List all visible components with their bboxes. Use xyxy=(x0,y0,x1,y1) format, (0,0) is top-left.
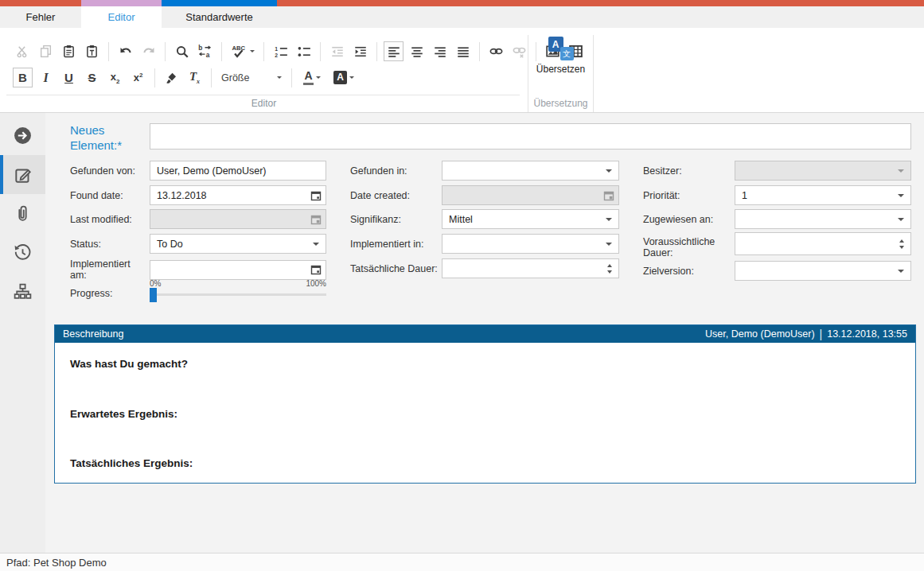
subscript-button[interactable]: x2 xyxy=(105,68,125,87)
redo-icon[interactable] xyxy=(138,41,158,61)
search-icon[interactable] xyxy=(172,41,192,61)
font-color-dropdown[interactable]: A xyxy=(298,68,326,87)
align-right-icon[interactable] xyxy=(430,41,450,61)
undo-icon[interactable] xyxy=(115,41,135,61)
gefunden-von-field xyxy=(150,161,326,181)
translate-button[interactable]: A 文 Übersetzen xyxy=(528,37,593,75)
description-editor-body[interactable]: Was hast Du gemacht? Erwartetes Ergebnis… xyxy=(55,343,915,483)
progress-slider-thumb[interactable] xyxy=(150,288,157,302)
italic-glyph: I xyxy=(43,72,48,84)
prioritaet-select[interactable]: 1 xyxy=(735,185,911,205)
tab-standardwerte[interactable]: Standardwerte xyxy=(162,6,277,28)
tatsaechliche-dauer-spinner[interactable] xyxy=(442,258,619,278)
font-size-dropdown[interactable]: Größe xyxy=(218,68,285,87)
calendar-icon xyxy=(599,190,618,201)
fill-color-dropdown[interactable]: A xyxy=(329,68,359,87)
new-element-input[interactable] xyxy=(150,124,910,149)
signifikanz-select[interactable]: Mittel xyxy=(442,209,619,229)
chevron-down-icon xyxy=(606,243,612,246)
toolbar-separator xyxy=(154,68,155,87)
gefunden-in-select[interactable] xyxy=(442,161,619,181)
bold-button[interactable]: B xyxy=(13,68,33,87)
superscript-button[interactable]: x2 xyxy=(128,68,148,87)
decrease-indent-icon[interactable] xyxy=(327,41,347,61)
chevron-down-icon xyxy=(606,169,612,173)
align-left-icon[interactable] xyxy=(384,41,404,61)
tab-bar: Fehler Editor Standardwerte xyxy=(0,6,924,28)
implementiert-in-select[interactable] xyxy=(442,234,619,254)
status-label: Status: xyxy=(70,239,150,250)
progress-slider-track[interactable] xyxy=(150,293,326,296)
link-icon[interactable] xyxy=(486,41,506,61)
last-modified-field xyxy=(150,209,326,229)
spellcheck-icon[interactable]: ABC xyxy=(228,41,257,61)
paste-text-icon[interactable] xyxy=(82,41,102,61)
voraussichtliche-dauer-label: Voraussichtliche Dauer: xyxy=(643,232,735,258)
calendar-icon[interactable] xyxy=(306,264,326,275)
spellcheck-abc: ABC xyxy=(232,45,245,52)
strikethrough-button[interactable]: S xyxy=(82,68,102,87)
found-date-field[interactable]: 13.12.2018 xyxy=(150,185,326,205)
status-select[interactable]: To Do xyxy=(150,234,326,254)
spinner-down-icon[interactable] xyxy=(899,246,904,249)
sidebar-item-editor[interactable] xyxy=(0,155,45,194)
underline-glyph: U xyxy=(64,72,73,84)
chevron-down-icon xyxy=(898,169,904,173)
numbered-list-icon[interactable]: 1 2 xyxy=(271,41,290,61)
bullet-list-icon[interactable] xyxy=(294,41,314,61)
sidebar-item-hierarchy[interactable] xyxy=(0,272,45,311)
tab-editor[interactable]: Editor xyxy=(81,6,162,28)
cut-icon[interactable] xyxy=(13,41,33,61)
prioritaet-value: 1 xyxy=(735,190,891,201)
description-header: Beschreibung User, Demo (DemoUser) | 13.… xyxy=(55,325,915,343)
progress-max-label: 100% xyxy=(150,279,326,288)
copy-icon[interactable] xyxy=(36,41,56,61)
spinner-up-icon[interactable] xyxy=(607,264,612,267)
implementiert-am-field[interactable] xyxy=(150,260,326,280)
translate-icon: A 文 xyxy=(548,37,574,60)
chevron-down-icon xyxy=(606,218,612,221)
svg-text:1: 1 xyxy=(275,45,278,51)
spinner-up-icon[interactable] xyxy=(899,239,904,243)
sidebar-item-attachments[interactable] xyxy=(0,194,45,233)
new-element-field xyxy=(150,123,911,150)
increase-indent-icon[interactable] xyxy=(350,41,370,61)
chevron-down-icon xyxy=(898,270,904,273)
besitzer-label: Besitzer: xyxy=(643,165,735,177)
sitemap-icon xyxy=(13,282,33,301)
chevron-down-icon xyxy=(898,194,904,197)
zugewiesen-an-select[interactable] xyxy=(735,209,911,229)
status-path: Pfad: Pet Shop Demo xyxy=(6,557,107,569)
translate-button-label: Übersetzen xyxy=(528,64,593,75)
voraussichtliche-dauer-spinner[interactable] xyxy=(735,232,911,255)
besitzer-select xyxy=(735,161,911,181)
clear-formatting-button[interactable]: Tx xyxy=(185,68,205,87)
prioritaet-label: Priorität: xyxy=(643,190,735,201)
strikethrough-glyph: S xyxy=(88,72,96,84)
underline-button[interactable]: U xyxy=(59,68,79,87)
calendar-icon[interactable] xyxy=(306,190,326,201)
gefunden-von-input[interactable] xyxy=(150,161,326,180)
zielversion-select[interactable] xyxy=(735,261,911,281)
svg-text:b: b xyxy=(198,44,202,52)
description-panel: Beschreibung User, Demo (DemoUser) | 13.… xyxy=(54,324,916,484)
format-painter-icon[interactable] xyxy=(162,68,181,87)
editor-content: Neues Element:* Gefunden von: Found date… xyxy=(0,113,924,553)
replace-icon[interactable]: b a xyxy=(195,41,215,61)
justify-icon[interactable] xyxy=(453,41,473,61)
align-center-icon[interactable] xyxy=(407,41,427,61)
sidebar-item-navigate[interactable] xyxy=(0,116,45,155)
last-modified-label: Last modified: xyxy=(70,214,150,225)
signifikanz-label: Signifikanz: xyxy=(350,214,442,225)
status-value: To Do xyxy=(150,239,306,250)
tab-fehler[interactable]: Fehler xyxy=(0,6,81,28)
font-size-label: Größe xyxy=(221,72,277,84)
spinner-down-icon[interactable] xyxy=(607,270,612,274)
found-date-value: 13.12.2018 xyxy=(150,190,306,201)
italic-button[interactable]: I xyxy=(36,68,56,87)
unlink-icon[interactable] xyxy=(509,41,529,61)
sidebar-item-history[interactable] xyxy=(0,233,45,272)
paste-icon[interactable] xyxy=(59,41,79,61)
group-divider xyxy=(6,95,520,95)
toolbar-separator xyxy=(211,68,212,87)
